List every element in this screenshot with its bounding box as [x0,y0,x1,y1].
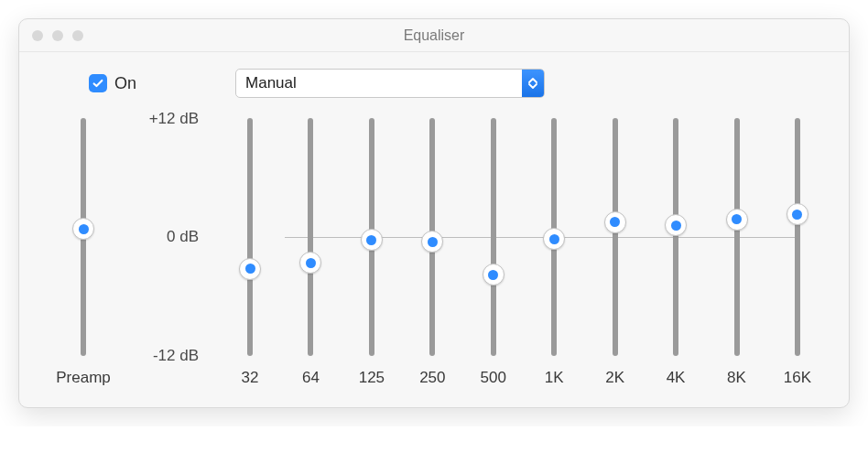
band-slider-125[interactable] [363,118,381,356]
band-slider-64[interactable] [301,118,320,356]
band-label-16K: 16K [784,369,811,387]
window-title: Equaliser [404,27,465,44]
on-label: On [114,74,136,93]
on-checkbox[interactable] [89,74,107,92]
band-col-64: 64 [285,118,336,387]
db-scale-labels: +12 dB 0 dB -12 dB [122,118,208,356]
band-thumb-1K[interactable] [543,228,565,250]
preset-select[interactable]: Manual [235,69,545,98]
band-label-64: 64 [302,369,320,387]
band-label-125: 125 [359,369,385,387]
band-col-4K: 4K [650,118,701,387]
db-zero-label: 0 dB [167,228,199,246]
chevron-down-icon [528,83,537,90]
preamp-thumb[interactable] [72,218,94,240]
db-min-label: -12 dB [153,347,199,365]
band-label-500: 500 [481,369,506,387]
zoom-icon[interactable] [72,30,83,41]
band-slider-4K[interactable] [667,118,685,356]
band-label-4K: 4K [667,369,686,387]
db-max-label: +12 dB [149,110,199,128]
band-slider-1K[interactable] [545,118,563,356]
minimize-icon[interactable] [52,30,63,41]
preamp-slider[interactable] [74,118,92,356]
close-icon[interactable] [32,30,43,41]
band-thumb-32[interactable] [239,258,261,280]
preamp-label: Preamp [56,369,111,387]
band-thumb-250[interactable] [421,231,443,253]
band-thumb-2K[interactable] [604,211,626,233]
band-thumb-16K[interactable] [787,203,808,225]
band-label-2K: 2K [605,369,624,387]
band-label-250: 250 [419,369,445,387]
chevron-up-icon [528,77,537,83]
band-col-32: 32 [224,118,276,387]
select-stepper-icon [522,70,544,97]
band-slider-250[interactable] [423,118,441,356]
band-slider-16K[interactable] [788,118,807,356]
band-thumb-64[interactable] [299,252,321,274]
band-thumb-4K[interactable] [665,214,687,236]
band-slider-2K[interactable] [606,118,624,356]
band-thumb-500[interactable] [483,264,505,285]
band-col-500: 500 [468,118,519,387]
band-thumb-125[interactable] [361,229,383,251]
preset-value: Manual [236,74,522,92]
band-col-1K: 1K [528,118,580,387]
equaliser-window: Equaliser On Manual [18,18,850,408]
band-col-8K: 8K [711,118,763,387]
band-col-125: 125 [346,118,397,387]
band-label-32: 32 [242,369,259,387]
traffic-lights [32,30,83,41]
band-slider-500[interactable] [484,118,503,356]
band-col-2K: 2K [590,118,641,387]
band-thumb-8K[interactable] [726,209,748,231]
band-slider-8K[interactable] [728,118,746,356]
band-label-1K: 1K [545,369,564,387]
band-slider-32[interactable] [241,118,259,356]
titlebar: Equaliser [19,19,849,52]
band-label-8K: 8K [727,369,746,387]
band-col-250: 250 [407,118,458,387]
check-icon [92,77,104,90]
band-col-16K: 16K [772,118,823,387]
